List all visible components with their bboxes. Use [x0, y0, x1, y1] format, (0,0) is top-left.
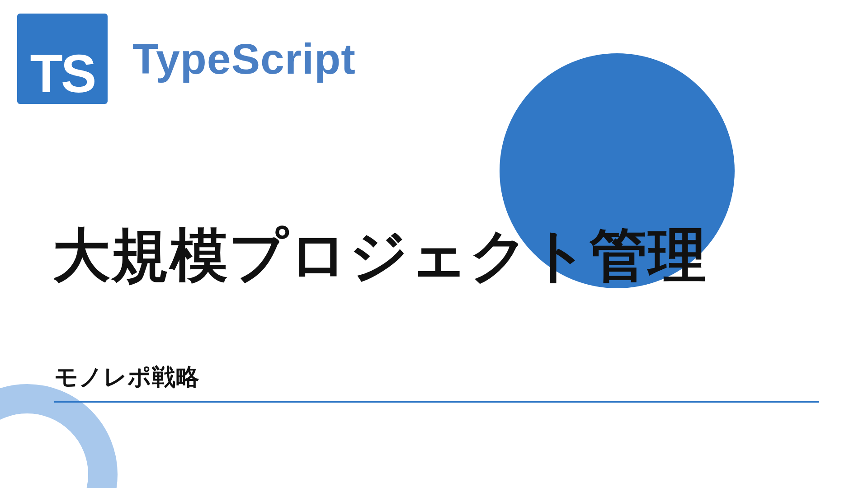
typescript-label: TypeScript: [132, 34, 356, 84]
slide-subtitle: モノレポ戦略: [54, 361, 819, 401]
slide-main-title: 大規模プロジェクト管理: [52, 217, 707, 295]
logo-header: TS TypeScript: [17, 14, 356, 104]
typescript-logo-badge: TS: [17, 14, 108, 104]
subtitle-section: モノレポ戦略: [54, 361, 819, 403]
logo-badge-text: TS: [30, 47, 95, 100]
divider-line: [54, 401, 819, 403]
